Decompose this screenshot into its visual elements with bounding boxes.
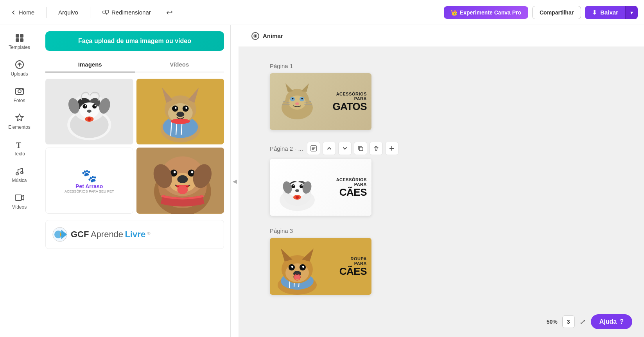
svg-point-44 (176, 112, 184, 117)
svg-point-23 (85, 105, 86, 106)
tab-videos[interactable]: Vídeos (135, 57, 224, 72)
hide-panel-button[interactable]: ◀ (231, 25, 239, 337)
svg-point-55 (173, 171, 176, 173)
musica-label: Música (12, 178, 27, 183)
svg-text:T: T (16, 141, 22, 150)
home-button[interactable]: Home (6, 7, 38, 18)
plus-icon (389, 145, 395, 151)
pro-button[interactable]: 👑 Experimente Canva Pro (444, 6, 528, 19)
texto-icon: T (14, 139, 25, 150)
svg-point-43 (185, 107, 187, 108)
redimensionar-button[interactable]: Redimensionar (98, 7, 155, 18)
svg-rect-0 (103, 11, 106, 13)
svg-point-29 (88, 117, 91, 121)
arquivo-button[interactable]: Arquivo (54, 7, 82, 18)
animate-button[interactable]: Animar (246, 29, 288, 43)
sidebar-item-templates[interactable]: Templates (2, 29, 37, 54)
sidebar-item-videos[interactable]: Vídeos (2, 189, 37, 214)
elementos-icon (14, 113, 25, 123)
chevron-up-icon (326, 146, 332, 151)
svg-marker-68 (285, 83, 293, 92)
page-up-button[interactable] (323, 142, 336, 155)
svg-point-12 (21, 171, 23, 174)
dog3-canvas-image (270, 244, 325, 295)
canvas-area: Animar Página 1 (239, 25, 644, 337)
ajuda-button[interactable]: Ajuda ? (591, 314, 632, 329)
page1-overlay-text: ACESSÓRIOS PARA GATOS (332, 91, 367, 112)
baixar-button[interactable]: ⬇ Baixar (585, 6, 625, 19)
undo-button[interactable]: ↩ (163, 5, 177, 20)
image-card-dog2[interactable] (136, 79, 224, 144)
baixar-button-group: ⬇ Baixar ▾ (585, 6, 638, 19)
page1-inner: ACESSÓRIOS PARA GATOS (270, 73, 371, 130)
chevron-left-icon (10, 9, 16, 16)
page-delete-button[interactable] (370, 142, 383, 155)
page-card-3[interactable]: ROUPA PARA CÃES (270, 238, 371, 295)
chevron-down-icon (342, 146, 348, 151)
fullscreen-button[interactable]: ⤢ (579, 317, 586, 326)
svg-point-9 (22, 89, 23, 90)
svg-point-73 (292, 98, 294, 99)
duplicate-icon (357, 145, 364, 151)
baixar-dropdown-button[interactable]: ▾ (625, 6, 638, 19)
tab-imagens[interactable]: Imagens (45, 57, 135, 72)
svg-point-8 (18, 90, 21, 93)
svg-marker-103 (302, 249, 314, 261)
images-grid: 🐾 Pet Arraso ACESSÓRIOS PARA SEU PET (45, 79, 224, 214)
icon-sidebar: Templates Uploads Fotos Elementos (0, 25, 39, 337)
svg-point-59 (177, 186, 188, 194)
svg-point-74 (301, 98, 303, 99)
sidebar-item-elementos[interactable]: Elementos (2, 109, 37, 134)
sidebar-item-uploads[interactable]: Uploads (2, 56, 37, 81)
image-card-pet-logo[interactable]: 🐾 Pet Arraso ACESSÓRIOS PARA SEU PET (45, 148, 133, 213)
image-card-dog3[interactable] (136, 148, 224, 213)
tabs-row: Imagens Vídeos (45, 57, 224, 72)
page-notes-button[interactable] (307, 142, 320, 155)
page1-bg: ACESSÓRIOS PARA GATOS (270, 73, 371, 130)
svg-rect-13 (15, 195, 22, 200)
sidebar-item-musica[interactable]: Música (2, 162, 37, 187)
pet-arraso-brand: Pet Arraso (75, 183, 103, 189)
resize-icon (102, 9, 109, 16)
page-label-row-3: Página 3 (270, 227, 613, 234)
svg-rect-3 (20, 34, 23, 38)
svg-point-90 (301, 185, 303, 186)
image-card-dog1[interactable] (45, 79, 133, 144)
canvas-scroll[interactable]: Página 1 (239, 47, 644, 337)
svg-point-107 (291, 266, 293, 268)
nav-separator-2 (90, 7, 90, 18)
upload-button[interactable]: Faça upload de uma imagem ou vídeo (45, 31, 224, 51)
page2-bg: ACESSÓRIOS PARA CÃES (270, 159, 371, 216)
svg-point-108 (302, 266, 304, 268)
svg-point-52 (177, 175, 188, 183)
dog2-image (136, 79, 224, 144)
svg-point-40 (172, 105, 178, 112)
sidebar-item-texto[interactable]: T Texto (2, 135, 37, 160)
page3-overlay-text: ROUPA PARA CÃES (339, 256, 367, 277)
dog2-canvas-image (272, 165, 323, 212)
svg-point-42 (175, 107, 176, 108)
bottom-bar: 50% 3 ⤢ Ajuda ? (547, 314, 632, 329)
canvas-toolbar: Animar (239, 25, 644, 47)
page3-bg: ROUPA PARA CÃES (270, 238, 371, 295)
templates-label: Templates (9, 45, 30, 50)
download-icon: ⬇ (592, 9, 597, 16)
sidebar-item-fotos[interactable]: Fotos (2, 82, 37, 107)
page-down-button[interactable] (338, 142, 352, 155)
dog1-image (45, 79, 133, 144)
svg-rect-81 (359, 147, 363, 151)
crown-icon: 👑 (451, 9, 457, 16)
page-card-2[interactable]: ACESSÓRIOS PARA CÃES (270, 159, 371, 216)
compartilhar-button[interactable]: Compartilhar (532, 6, 581, 19)
question-icon: ? (620, 318, 624, 325)
svg-rect-5 (20, 38, 23, 42)
fotos-icon (14, 86, 25, 96)
svg-point-89 (293, 185, 294, 186)
animate-icon (251, 32, 260, 40)
page-card-1[interactable]: ACESSÓRIOS PARA GATOS (270, 73, 371, 130)
page-duplicate-button[interactable] (354, 142, 367, 155)
page-section-1: Página 1 (270, 63, 613, 130)
page-add-button[interactable] (385, 142, 398, 155)
page-label-row-2: Página 2 - ... (270, 142, 613, 155)
svg-point-56 (191, 171, 193, 173)
